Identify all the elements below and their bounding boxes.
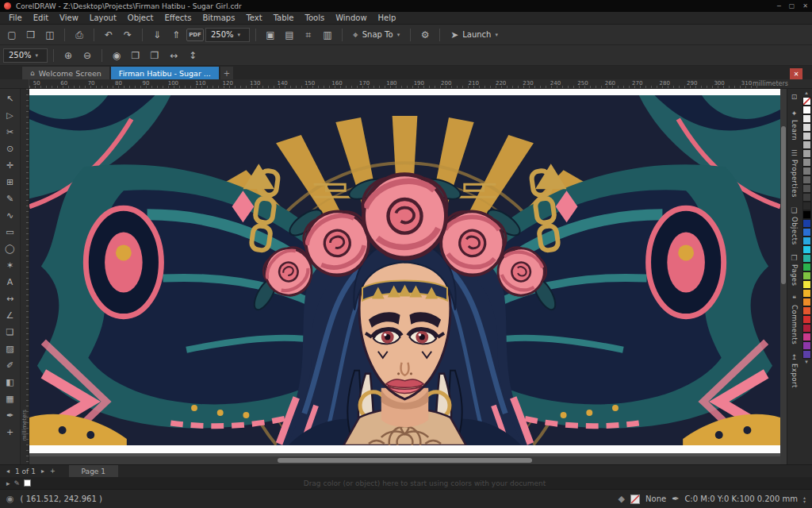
drop-shadow-tool[interactable]: ❏ xyxy=(2,324,19,340)
palette-eyedropper-icon[interactable]: ✎ xyxy=(14,479,21,487)
outline-pen-tool[interactable]: ✒ xyxy=(2,407,19,423)
palette-swatch-21[interactable] xyxy=(802,280,811,289)
free-transform-tool[interactable]: ⊞ xyxy=(2,174,19,190)
publish-pdf-icon[interactable]: PDF xyxy=(186,29,204,41)
save-icon[interactable]: ◫ xyxy=(41,27,59,43)
menu-edit[interactable]: Edit xyxy=(28,13,54,22)
add-page-button[interactable]: + xyxy=(50,468,56,475)
document-tab-1[interactable]: Firman Hatibu - Sugar ... xyxy=(111,67,219,79)
palette-swatch-14[interactable] xyxy=(802,219,811,228)
color-eyedropper-tool[interactable]: ✐ xyxy=(2,357,19,373)
palette-swatch-6[interactable] xyxy=(802,149,811,158)
horizontal-scrollbar-thumb[interactable] xyxy=(278,458,533,463)
docker-tab-properties[interactable]: ☰Properties xyxy=(791,149,799,198)
open-icon[interactable]: ❒ xyxy=(22,27,40,43)
ellipse-tool[interactable]: ◯ xyxy=(2,241,19,256)
zoom-out-icon[interactable]: ⊖ xyxy=(79,48,96,64)
palette-swatch-2[interactable] xyxy=(802,114,811,123)
palette-swatch-25[interactable] xyxy=(802,315,811,324)
palette-swatch-26[interactable] xyxy=(802,324,811,333)
dock-icon[interactable]: ⊡ xyxy=(791,93,798,101)
menu-window[interactable]: Window xyxy=(330,13,372,22)
palette-swatch-8[interactable] xyxy=(802,167,811,175)
palette-swatch-12[interactable] xyxy=(802,202,811,210)
page-tab[interactable]: Page 1 xyxy=(69,465,118,477)
artistic-media-tool[interactable]: ∿ xyxy=(2,207,19,223)
palette-swatch-18[interactable] xyxy=(802,254,811,263)
menu-table[interactable]: Table xyxy=(268,13,300,22)
export-icon[interactable]: ⇑ xyxy=(167,27,185,43)
palette-swatch-10[interactable] xyxy=(802,184,811,193)
palette-swatch-3[interactable] xyxy=(802,123,811,132)
rectangle-tool[interactable]: ▭ xyxy=(2,224,19,240)
vertical-scrollbar[interactable] xyxy=(780,89,787,464)
docker-tab-comments[interactable]: ❝Comments xyxy=(791,294,799,344)
polygon-tool[interactable]: ✶ xyxy=(2,257,19,273)
docker-tab-export[interactable]: ↥Export xyxy=(791,353,799,388)
zoom-to-page-height-icon[interactable]: ↕ xyxy=(184,48,201,64)
menu-text[interactable]: Text xyxy=(240,13,267,22)
palette-swatch-0[interactable] xyxy=(802,97,811,106)
menu-object[interactable]: Object xyxy=(122,13,159,22)
close-document-button[interactable]: ✕ xyxy=(790,68,802,79)
pan-tool[interactable]: ✛ xyxy=(2,157,19,173)
print-icon[interactable]: ⎙ xyxy=(71,27,88,43)
fill-none-swatch[interactable] xyxy=(630,495,640,504)
zoom-to-all-objects-icon[interactable]: ❒ xyxy=(127,48,144,64)
show-grid-icon[interactable]: ⌗ xyxy=(300,27,317,43)
palette-swatch-9[interactable] xyxy=(802,175,811,184)
artwork-canvas[interactable] xyxy=(29,95,780,445)
palette-swatch-13[interactable] xyxy=(802,210,811,219)
transparency-tool[interactable]: ▨ xyxy=(2,341,19,356)
minimize-button[interactable]: ─ xyxy=(777,2,781,10)
zoom-level-select[interactable]: 250%▾ xyxy=(205,28,250,42)
palette-swatch-28[interactable] xyxy=(802,341,811,350)
menu-tools[interactable]: Tools xyxy=(300,13,331,22)
menu-view[interactable]: View xyxy=(54,13,84,22)
vertical-scrollbar-thumb[interactable] xyxy=(781,126,786,284)
palette-swatch-22[interactable] xyxy=(802,289,811,298)
menu-layout[interactable]: Layout xyxy=(84,13,122,22)
connector-tool[interactable]: ∠ xyxy=(2,307,19,323)
document-tab-0[interactable]: ⌂Welcome Screen xyxy=(22,67,109,79)
mesh-fill-tool[interactable]: ▦ xyxy=(2,391,19,406)
palette-swatch-23[interactable] xyxy=(802,298,811,306)
dimension-tool[interactable]: ↔ xyxy=(2,291,19,306)
docker-tab-pages[interactable]: ❐Pages xyxy=(791,254,799,287)
horizontal-scrollbar[interactable] xyxy=(29,456,780,464)
palette-swatch-11[interactable] xyxy=(802,193,811,202)
snap-to-dropdown[interactable]: ⌖Snap To▾ xyxy=(348,27,404,43)
zoom-to-page-width-icon[interactable]: ↔ xyxy=(165,48,182,64)
palette-swatch-16[interactable] xyxy=(802,237,811,245)
zoom-to-page-icon[interactable]: ❐ xyxy=(146,48,163,64)
docker-tab-objects[interactable]: ❏Objects xyxy=(791,206,799,245)
palette-swatch-15[interactable] xyxy=(802,228,811,237)
import-icon[interactable]: ⇓ xyxy=(148,27,166,43)
palette-scroll-down-icon[interactable]: ▾ xyxy=(805,359,808,366)
palette-swatch-1[interactable] xyxy=(802,106,811,114)
options-icon[interactable]: ⚙ xyxy=(416,27,434,43)
shape-tool[interactable]: ▷ xyxy=(2,107,19,123)
show-rulers-icon[interactable]: ▤ xyxy=(281,27,298,43)
add-tool-button[interactable]: + xyxy=(2,424,19,440)
palette-swatch-19[interactable] xyxy=(802,263,811,271)
menu-file[interactable]: File xyxy=(3,13,28,22)
menu-effects[interactable]: Effects xyxy=(159,13,197,22)
previous-page-icon[interactable]: ◂ xyxy=(6,468,10,475)
palette-swatch-17[interactable] xyxy=(802,245,811,254)
document-palette-swatch[interactable] xyxy=(24,479,31,487)
palette-swatch-24[interactable] xyxy=(802,306,811,315)
palette-swatch-4[interactable] xyxy=(802,132,811,140)
status-expand-down-icon[interactable]: ▾ xyxy=(803,499,806,503)
palette-swatch-27[interactable] xyxy=(802,333,811,341)
palette-swatch-7[interactable] xyxy=(802,158,811,167)
zoom-in-icon[interactable]: ⊕ xyxy=(59,48,77,64)
zoom-tool[interactable]: ⊙ xyxy=(2,140,19,156)
bezier-tool[interactable]: ✎ xyxy=(2,190,19,206)
undo-icon[interactable]: ↶ xyxy=(100,27,117,43)
palette-swatch-20[interactable] xyxy=(802,271,811,280)
palette-flyout-icon[interactable]: ▸ xyxy=(6,479,10,487)
crop-tool[interactable]: ✂ xyxy=(2,124,19,140)
launch-dropdown[interactable]: ➤Launch▾ xyxy=(446,27,503,43)
maximize-button[interactable]: ▢ xyxy=(789,2,795,10)
